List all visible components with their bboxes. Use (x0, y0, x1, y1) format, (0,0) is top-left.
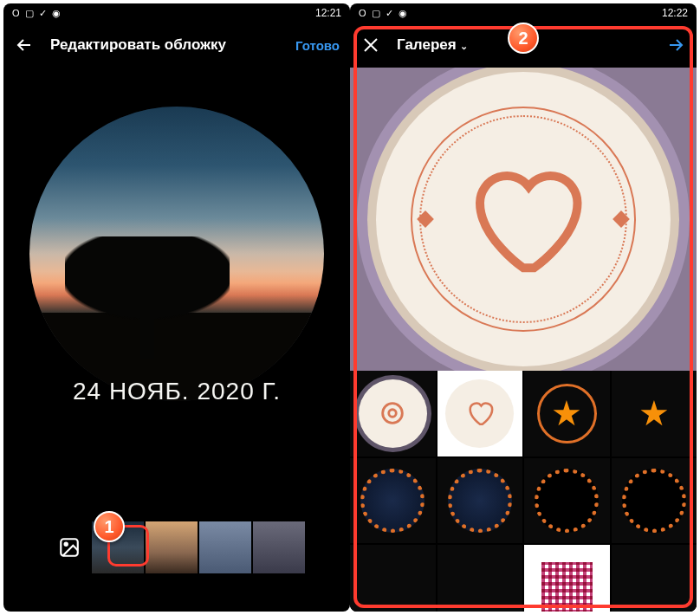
gallery-item[interactable] (612, 458, 697, 544)
gallery-item[interactable] (524, 458, 610, 544)
opera-icon: O (359, 8, 366, 18)
chevron-down-icon: ⌄ (460, 41, 468, 51)
qr-icon (541, 562, 593, 612)
status-icons-left: O ▢ ✓ ◉ (12, 8, 61, 19)
gallery-item[interactable] (438, 458, 523, 544)
heart-icon (465, 398, 495, 428)
next-button[interactable] (665, 35, 686, 55)
close-button[interactable] (360, 35, 381, 55)
app-header: Редактировать обложку Готово (3, 23, 350, 68)
gallery-preview[interactable] (350, 68, 697, 371)
clipboard-icon: ▢ (372, 8, 380, 19)
check-icon: ✓ (39, 8, 47, 19)
gallery-item[interactable] (438, 545, 523, 612)
heart-icon (458, 154, 588, 284)
cover-circle[interactable] (29, 107, 324, 401)
clipboard-icon: ▢ (25, 8, 34, 19)
status-time: 12:21 (315, 7, 341, 19)
page-title: Редактировать обложку (50, 36, 280, 54)
cover-date-overlay: 24 НОЯБ. 2020 Г. (3, 378, 350, 405)
right-screen: O ▢ ✓ ◉ 12:22 Галерея⌄ (350, 3, 697, 612)
statusbar: O ▢ ✓ ◉ 12:21 (3, 3, 350, 23)
check-icon: ✓ (386, 8, 393, 19)
svg-point-3 (389, 410, 397, 418)
shazam-icon: ◉ (52, 8, 61, 19)
gallery-item[interactable] (350, 371, 436, 456)
left-screen: O ▢ ✓ ◉ 12:21 Редактировать обложку Гото… (3, 3, 350, 612)
heart-badge-image (376, 72, 671, 366)
statusbar: O ▢ ✓ ◉ 12:22 (350, 3, 697, 23)
cover-preview: 24 НОЯБ. 2020 Г. (3, 68, 350, 440)
star-icon: ★ (551, 393, 582, 433)
donut-icon (378, 398, 407, 428)
status-icons-left: O ▢ ✓ ◉ (359, 8, 407, 19)
gallery-item[interactable] (350, 458, 436, 544)
thumbnail[interactable] (146, 521, 198, 573)
gallery-item[interactable] (524, 545, 610, 612)
gallery-item[interactable] (612, 545, 697, 612)
shazam-icon: ◉ (399, 8, 407, 19)
star-icon: ★ (638, 393, 670, 433)
callout-badge-1: 1 (94, 511, 125, 542)
gallery-item[interactable]: ★ (612, 371, 697, 456)
back-button[interactable] (14, 35, 35, 55)
svg-point-1 (65, 543, 68, 546)
gallery-grid: ★ ★ (350, 371, 697, 612)
status-time: 12:22 (662, 7, 688, 19)
done-button[interactable]: Готово (295, 38, 340, 53)
gallery-item[interactable] (350, 545, 436, 612)
gallery-item[interactable]: ★ (524, 371, 610, 456)
gallery-picker-button[interactable] (49, 527, 90, 568)
thumbnail[interactable] (253, 521, 305, 573)
thumbnail[interactable] (199, 521, 251, 573)
svg-point-2 (383, 404, 403, 424)
callout-badge-2: 2 (508, 23, 539, 54)
opera-icon: O (12, 8, 20, 18)
thumbnail-strip (3, 521, 350, 573)
gallery-item[interactable] (438, 371, 523, 456)
